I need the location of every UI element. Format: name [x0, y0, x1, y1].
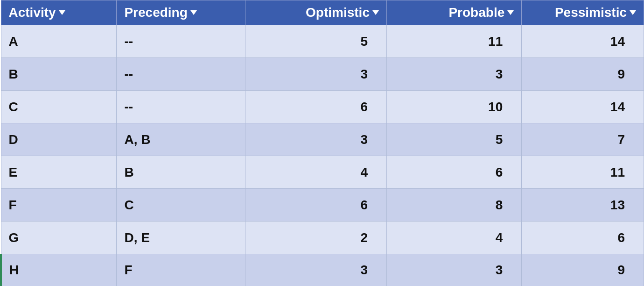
col-header-preceding[interactable]: Preceding [117, 0, 245, 25]
table-row: FC6813 [1, 189, 644, 222]
table-row: HF339 [1, 254, 644, 286]
preceding-label: Preceding [124, 5, 187, 20]
cell-pessimistic: 9 [522, 254, 644, 286]
table-row: EB4611 [1, 156, 644, 189]
cell-pessimistic: 14 [522, 91, 644, 123]
probable-label: Probable [448, 5, 504, 20]
cell-preceding: F [117, 254, 245, 286]
activity-dropdown-icon[interactable] [59, 10, 65, 15]
cell-pessimistic: 11 [522, 156, 644, 189]
table-row: GD, E246 [1, 222, 644, 254]
cell-optimistic: 2 [245, 222, 386, 254]
probable-dropdown-icon[interactable] [507, 10, 514, 15]
table-container: Activity Preceding Optimistic [0, 0, 644, 286]
cell-optimistic: 6 [245, 189, 386, 222]
cell-activity: D [1, 123, 117, 156]
cell-pessimistic: 14 [522, 25, 644, 58]
cell-optimistic: 3 [245, 123, 386, 156]
cell-pessimistic: 6 [522, 222, 644, 254]
cell-preceding: -- [117, 25, 245, 58]
col-header-optimistic[interactable]: Optimistic [245, 0, 386, 25]
cell-optimistic: 3 [245, 254, 386, 286]
table-row: A--51114 [1, 25, 644, 58]
header-row: Activity Preceding Optimistic [1, 0, 644, 25]
cell-preceding: -- [117, 91, 245, 123]
cell-activity: G [1, 222, 117, 254]
table-row: C--61014 [1, 91, 644, 123]
cell-optimistic: 6 [245, 91, 386, 123]
col-header-activity[interactable]: Activity [1, 0, 117, 25]
cell-optimistic: 4 [245, 156, 386, 189]
cell-probable: 5 [386, 123, 521, 156]
cell-probable: 11 [386, 25, 521, 58]
cell-activity: E [1, 156, 117, 189]
cell-preceding: D, E [117, 222, 245, 254]
cell-preceding: A, B [117, 123, 245, 156]
cell-probable: 8 [386, 189, 521, 222]
cell-probable: 3 [386, 58, 521, 91]
activity-label: Activity [9, 5, 56, 20]
cell-probable: 3 [386, 254, 521, 286]
data-table: Activity Preceding Optimistic [0, 0, 644, 286]
cell-probable: 6 [386, 156, 521, 189]
cell-probable: 10 [386, 91, 521, 123]
cell-activity: A [1, 25, 117, 58]
cell-pessimistic: 13 [522, 189, 644, 222]
cell-preceding: -- [117, 58, 245, 91]
optimistic-dropdown-icon[interactable] [372, 10, 379, 15]
pessimistic-dropdown-icon[interactable] [630, 10, 636, 15]
cell-activity: F [1, 189, 117, 222]
pessimistic-label: Pessimistic [555, 5, 627, 20]
cell-activity: C [1, 91, 117, 123]
cell-preceding: B [117, 156, 245, 189]
col-header-pessimistic[interactable]: Pessimistic [522, 0, 644, 25]
cell-optimistic: 3 [245, 58, 386, 91]
col-header-probable[interactable]: Probable [386, 0, 521, 25]
cell-activity: B [1, 58, 117, 91]
preceding-dropdown-icon[interactable] [190, 10, 197, 15]
table-row: DA, B357 [1, 123, 644, 156]
cell-probable: 4 [386, 222, 521, 254]
table-row: B--339 [1, 58, 644, 91]
optimistic-label: Optimistic [306, 5, 370, 20]
cell-preceding: C [117, 189, 245, 222]
cell-optimistic: 5 [245, 25, 386, 58]
cell-pessimistic: 9 [522, 58, 644, 91]
cell-pessimistic: 7 [522, 123, 644, 156]
cell-activity: H [1, 254, 117, 286]
